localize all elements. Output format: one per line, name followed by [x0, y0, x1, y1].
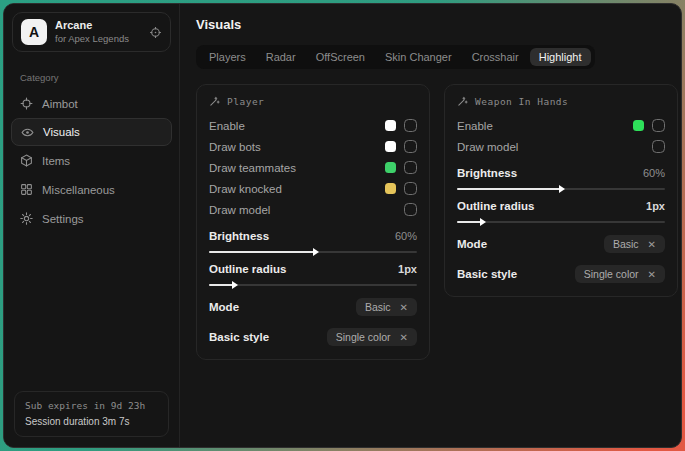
subscription-info: Sub expires in 9d 23h Session duration 3…	[14, 391, 169, 437]
slider-label: Brightness	[209, 230, 269, 242]
panel-title: Weapon In Hands	[475, 96, 568, 107]
remove-tag-icon[interactable]: ✕	[400, 302, 408, 313]
tag-pill-value: Single color	[584, 268, 639, 280]
wand-icon	[209, 96, 220, 107]
color-swatch[interactable]	[385, 141, 396, 152]
tab-skin-changer[interactable]: Skin Changer	[376, 48, 461, 66]
pill-row-label: Mode	[209, 301, 239, 313]
category-label: Category	[20, 72, 163, 83]
checkbox[interactable]	[404, 161, 417, 174]
tag-pill-single-color[interactable]: Single color✕	[575, 265, 665, 283]
toggle-row-draw-knocked: Draw knocked	[209, 178, 417, 199]
app-window: A Arcane for Apex Legends Category Aimbo…	[3, 3, 682, 448]
sidebar-item-aimbot[interactable]: Aimbot	[4, 89, 179, 118]
toggle-label: Draw teammates	[209, 162, 385, 174]
tag-pill-basic[interactable]: Basic✕	[356, 298, 417, 316]
panel-player: PlayerEnableDraw botsDraw teammatesDraw …	[196, 84, 430, 360]
slider-thumb[interactable]	[559, 185, 565, 193]
toggle-label: Draw bots	[209, 141, 385, 153]
sidebar-nav: AimbotVisualsItemsMiscellaneousSettings	[4, 89, 179, 233]
slider-fill	[457, 188, 561, 190]
pill-row-basic-style: Basic styleSingle color✕	[457, 265, 665, 283]
color-swatch[interactable]	[633, 120, 644, 131]
slider-track[interactable]	[457, 221, 665, 223]
tab-crosshair[interactable]: Crosshair	[463, 48, 528, 66]
checkbox[interactable]	[404, 182, 417, 195]
sidebar-item-settings[interactable]: Settings	[4, 204, 179, 233]
panels-container: PlayerEnableDraw botsDraw teammatesDraw …	[196, 84, 678, 360]
checkbox[interactable]	[404, 140, 417, 153]
slider-label: Brightness	[457, 167, 517, 179]
tag-pill-value: Basic	[613, 238, 639, 250]
session-duration-text: Session duration 3m 7s	[25, 414, 158, 430]
slider-value: 1px	[398, 263, 417, 275]
checkbox[interactable]	[652, 140, 665, 153]
slider-value: 60%	[643, 167, 665, 179]
color-swatch[interactable]	[385, 162, 396, 173]
eye-icon	[21, 126, 34, 139]
pill-row-label: Basic style	[209, 331, 269, 343]
slider-track[interactable]	[457, 188, 665, 190]
sidebar-header: A Arcane for Apex Legends	[12, 12, 171, 52]
panel-weapon-in-hands: Weapon In HandsEnableDraw modelBrightnes…	[444, 84, 678, 297]
sidebar-item-items[interactable]: Items	[4, 146, 179, 175]
toggle-label: Enable	[209, 120, 385, 132]
sidebar-item-miscellaneous[interactable]: Miscellaneous	[4, 175, 179, 204]
pill-row-label: Basic style	[457, 268, 517, 280]
target-icon[interactable]	[149, 26, 162, 39]
remove-tag-icon[interactable]: ✕	[400, 332, 408, 343]
pill-row-label: Mode	[457, 238, 487, 250]
sidebar-item-label: Items	[42, 155, 70, 167]
tag-pill-value: Single color	[336, 331, 391, 343]
toggle-row-draw-teammates: Draw teammates	[209, 157, 417, 178]
pill-row-mode: ModeBasic✕	[209, 298, 417, 316]
slider-label: Outline radius	[209, 263, 286, 275]
remove-tag-icon[interactable]: ✕	[648, 239, 656, 250]
sidebar-item-label: Visuals	[43, 126, 80, 138]
toggle-label: Enable	[457, 120, 633, 132]
toggle-label: Draw knocked	[209, 183, 385, 195]
tab-offscreen[interactable]: OffScreen	[307, 48, 374, 66]
toggle-row-enable: Enable	[209, 115, 417, 136]
checkbox[interactable]	[652, 119, 665, 132]
color-swatch[interactable]	[385, 120, 396, 131]
sidebar: A Arcane for Apex Legends Category Aimbo…	[4, 4, 180, 447]
pill-row-mode: ModeBasic✕	[457, 235, 665, 253]
slider-value: 60%	[395, 230, 417, 242]
toggle-row-draw-model: Draw model	[457, 136, 665, 157]
tag-pill-single-color[interactable]: Single color✕	[327, 328, 417, 346]
slider-value: 1px	[646, 200, 665, 212]
slider-thumb[interactable]	[232, 281, 238, 289]
toggle-label: Draw model	[209, 204, 396, 216]
tab-highlight[interactable]: Highlight	[530, 48, 591, 66]
app-logo: A	[21, 19, 47, 45]
checkbox[interactable]	[404, 203, 417, 216]
slider-row-brightness: Brightness60%	[457, 167, 665, 190]
color-swatch[interactable]	[385, 183, 396, 194]
gear-icon	[20, 212, 33, 225]
tag-pill-basic[interactable]: Basic✕	[604, 235, 665, 253]
toggle-row-draw-model: Draw model	[209, 199, 417, 220]
sidebar-item-label: Aimbot	[42, 98, 78, 110]
app-subtitle: for Apex Legends	[55, 33, 141, 45]
remove-tag-icon[interactable]: ✕	[648, 269, 656, 280]
slider-row-brightness: Brightness60%	[209, 230, 417, 253]
tag-pill-value: Basic	[365, 301, 391, 313]
sidebar-item-visuals[interactable]: Visuals	[11, 118, 172, 146]
page-title: Visuals	[196, 17, 678, 32]
panel-header: Weapon In Hands	[457, 96, 665, 107]
tab-radar[interactable]: Radar	[257, 48, 305, 66]
tab-players[interactable]: Players	[200, 48, 255, 66]
toggle-row-enable: Enable	[457, 115, 665, 136]
slider-track[interactable]	[209, 251, 417, 253]
slider-label: Outline radius	[457, 200, 534, 212]
slider-thumb[interactable]	[313, 248, 319, 256]
slider-fill	[209, 251, 315, 253]
sidebar-item-label: Settings	[42, 213, 84, 225]
slider-fill	[209, 284, 234, 286]
app-name: Arcane	[55, 19, 141, 33]
checkbox[interactable]	[404, 119, 417, 132]
sidebar-item-label: Miscellaneous	[42, 184, 115, 196]
slider-track[interactable]	[209, 284, 417, 286]
slider-thumb[interactable]	[480, 218, 486, 226]
